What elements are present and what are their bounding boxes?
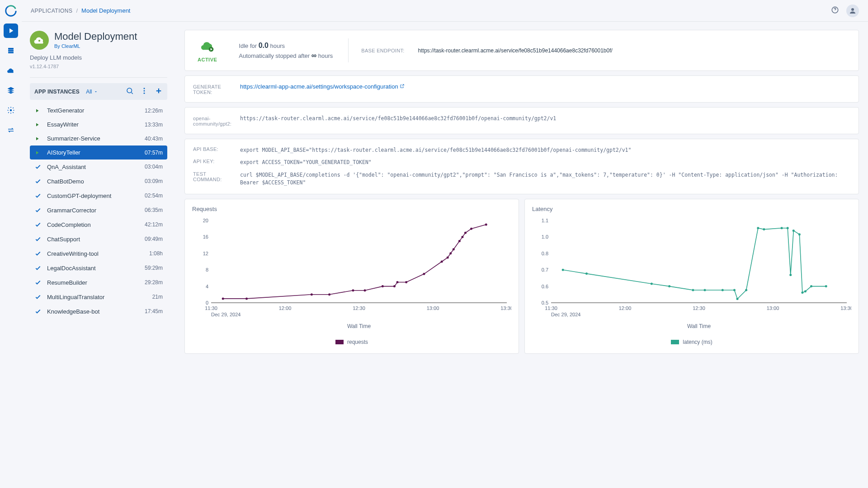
latency-chart: Latency 0.50.60.70.81.01.111:3012:0012:3… <box>524 199 859 354</box>
svg-point-40 <box>447 256 449 258</box>
latency-chart-title: Latency <box>532 206 851 212</box>
token-card: GENERATE TOKEN: https://clearml-app-acme… <box>184 75 859 103</box>
svg-text:13:00: 13:00 <box>427 305 439 311</box>
instance-name: ChatBotDemo <box>47 178 145 185</box>
nav-apps-icon[interactable] <box>4 23 18 38</box>
instances-list: TextGenerator12:26mEssayWriter13:33mSumm… <box>30 103 167 319</box>
svg-text:16: 16 <box>203 234 208 239</box>
instance-name: TextGenerator <box>47 107 145 114</box>
svg-point-31 <box>328 293 330 296</box>
svg-point-10 <box>144 88 145 89</box>
svg-text:1.0: 1.0 <box>542 234 548 239</box>
check-icon <box>34 250 42 257</box>
check-icon <box>34 178 42 185</box>
instance-row[interactable]: TextGenerator12:26m <box>30 103 167 117</box>
app-byline: By ClearML <box>54 43 137 49</box>
svg-text:0: 0 <box>206 300 208 305</box>
nav-cloud-icon[interactable] <box>4 63 18 78</box>
instance-row[interactable]: LegalDocAssistant59:29m <box>30 261 167 275</box>
instance-name: ChatSupport <box>47 236 145 243</box>
instance-row[interactable]: CustomGPT-deployment02:54m <box>30 188 167 203</box>
instance-row[interactable]: ChatSupport09:49m <box>30 232 167 246</box>
svg-point-9 <box>127 88 132 93</box>
add-instance-icon[interactable] <box>155 87 163 96</box>
requests-chart: Requests 04812162011:3012:0012:3013:0013… <box>184 199 519 354</box>
nav-swap-icon[interactable] <box>4 123 18 137</box>
instance-name: GrammarCorrector <box>47 207 145 214</box>
instance-name: AIStoryTeller <box>47 149 145 156</box>
svg-point-36 <box>396 281 399 283</box>
svg-point-66 <box>692 289 694 291</box>
instance-row[interactable]: QnA_Assistant03:04m <box>30 160 167 174</box>
instance-time: 03:04m <box>145 164 163 170</box>
svg-text:8: 8 <box>206 267 208 272</box>
svg-point-70 <box>736 298 739 300</box>
instance-row[interactable]: CreativeWriting-tool1:08h <box>30 246 167 261</box>
instance-row[interactable]: KnowledgeBase-bot17:45m <box>30 304 167 319</box>
brand-logo <box>4 4 18 18</box>
instance-time: 03:09m <box>145 178 163 184</box>
svg-point-45 <box>464 232 467 234</box>
app-title: Model Deployment <box>54 31 137 42</box>
instance-time: 07:57m <box>145 150 163 156</box>
instance-time: 13:33m <box>145 122 163 128</box>
instances-filter[interactable]: All <box>86 89 98 95</box>
instance-name: Summarizer-Service <box>47 135 145 142</box>
svg-point-37 <box>405 281 407 283</box>
svg-point-77 <box>793 230 795 232</box>
svg-text:Dec 29, 2024: Dec 29, 2024 <box>211 312 241 317</box>
more-icon[interactable] <box>140 87 148 96</box>
svg-point-80 <box>804 290 807 292</box>
instance-name: CustomGPT-deployment <box>47 192 145 199</box>
search-icon[interactable] <box>126 87 134 96</box>
instance-name: EssayWriter <box>47 121 145 128</box>
svg-point-30 <box>311 293 313 296</box>
svg-text:Wall Time: Wall Time <box>687 323 711 329</box>
instance-time: 17:45m <box>145 308 163 314</box>
svg-point-76 <box>789 274 792 276</box>
instance-row[interactable]: ChatBotDemo03:09m <box>30 174 167 188</box>
svg-rect-3 <box>8 50 14 52</box>
user-avatar[interactable] <box>846 5 859 17</box>
svg-text:11:30: 11:30 <box>545 305 557 311</box>
instance-row[interactable]: GrammarCorrector06:35m <box>30 203 167 217</box>
check-icon <box>34 221 42 228</box>
app-cloud-gear-icon <box>30 31 49 50</box>
instance-row[interactable]: CodeCompletion42:12m <box>30 217 167 232</box>
instance-row[interactable]: Summarizer-Service40:43m <box>30 131 167 145</box>
svg-point-28 <box>222 297 224 300</box>
svg-text:0.7: 0.7 <box>542 267 548 272</box>
generate-token-link[interactable]: https://clearml-app-acme.ai/settings/wor… <box>240 83 405 95</box>
check-icon <box>34 308 42 315</box>
svg-text:Wall Time: Wall Time <box>347 323 371 329</box>
instance-row[interactable]: AIStoryTeller07:57m <box>30 145 167 160</box>
svg-point-12 <box>144 93 145 94</box>
status-label: ACTIVE <box>198 57 217 62</box>
topbar: APPLICATIONS / Model Deployment <box>22 0 868 22</box>
nav-brain-icon[interactable] <box>4 103 18 117</box>
check-icon <box>34 192 42 199</box>
test-cmd-value: curl $MODEL_API_BASE/completions -d '{"m… <box>240 171 850 187</box>
svg-text:0.6: 0.6 <box>542 284 548 289</box>
svg-point-8 <box>38 40 40 42</box>
help-icon[interactable] <box>831 6 839 15</box>
instance-row[interactable]: ResumeBuilder29:28m <box>30 275 167 290</box>
instance-row[interactable]: MultiLingualTranslator21m <box>30 290 167 304</box>
instance-time: 02:54m <box>145 192 163 199</box>
api-base-value: export MODEL_API_BASE="https://task-rout… <box>240 146 631 154</box>
svg-rect-2 <box>8 48 14 50</box>
play-icon <box>34 150 42 155</box>
svg-text:0.8: 0.8 <box>542 251 548 256</box>
svg-point-72 <box>757 227 759 229</box>
api-base-label: API BASE: <box>193 146 229 154</box>
breadcrumb-current[interactable]: Model Deployment <box>81 7 130 14</box>
nav-layers-icon[interactable] <box>4 83 18 98</box>
svg-point-62 <box>562 269 564 271</box>
nav-sidebar <box>0 0 22 488</box>
breadcrumb-root[interactable]: APPLICATIONS <box>31 8 72 14</box>
instance-row[interactable]: EssayWriter13:33m <box>30 117 167 131</box>
svg-text:Dec 29, 2024: Dec 29, 2024 <box>551 312 580 317</box>
svg-point-82 <box>825 285 827 287</box>
nav-servers-icon[interactable] <box>4 43 18 58</box>
svg-text:4: 4 <box>206 284 208 289</box>
